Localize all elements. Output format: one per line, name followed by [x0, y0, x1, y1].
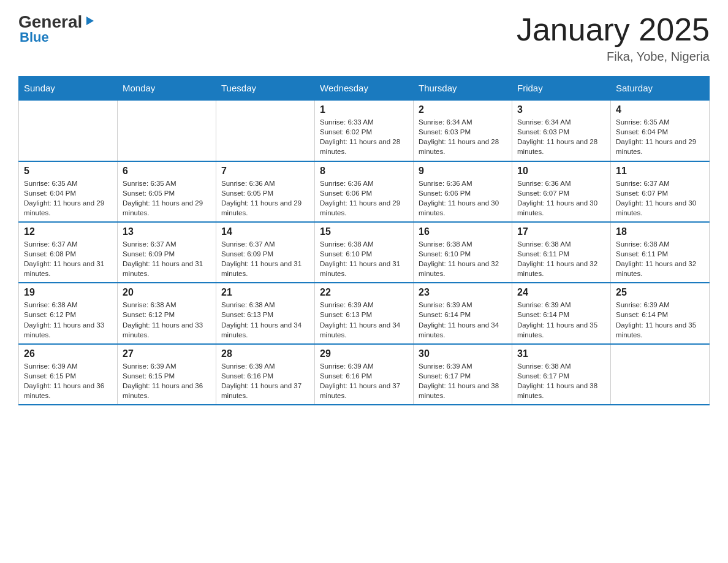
calendar-cell: 6Sunrise: 6:35 AM Sunset: 6:05 PM Daylig…: [118, 161, 216, 222]
day-info: Sunrise: 6:39 AM Sunset: 6:16 PM Dayligh…: [320, 361, 408, 400]
logo-arrow-icon: [83, 14, 96, 28]
calendar-cell: 8Sunrise: 6:36 AM Sunset: 6:06 PM Daylig…: [315, 161, 414, 222]
day-info: Sunrise: 6:38 AM Sunset: 6:17 PM Dayligh…: [517, 361, 605, 400]
calendar-cell: 13Sunrise: 6:37 AM Sunset: 6:09 PM Dayli…: [118, 222, 216, 283]
calendar-cell: 16Sunrise: 6:38 AM Sunset: 6:10 PM Dayli…: [414, 222, 512, 283]
calendar-cell: 30Sunrise: 6:39 AM Sunset: 6:17 PM Dayli…: [414, 344, 512, 405]
calendar-cell: [118, 100, 216, 161]
page-header: General Blue January 2025 Fika, Yobe, Ni…: [18, 12, 710, 64]
day-info: Sunrise: 6:39 AM Sunset: 6:14 PM Dayligh…: [616, 300, 704, 339]
calendar-cell: 19Sunrise: 6:38 AM Sunset: 6:12 PM Dayli…: [19, 283, 118, 343]
weekday-header-tuesday: Tuesday: [216, 77, 315, 101]
day-number: 9: [419, 166, 507, 177]
calendar-cell: 18Sunrise: 6:38 AM Sunset: 6:11 PM Dayli…: [611, 222, 710, 283]
location-subtitle: Fika, Yobe, Nigeria: [517, 50, 710, 64]
day-number: 16: [419, 226, 507, 237]
calendar-week-5: 26Sunrise: 6:39 AM Sunset: 6:15 PM Dayli…: [19, 344, 710, 405]
day-info: Sunrise: 6:36 AM Sunset: 6:05 PM Dayligh…: [221, 178, 309, 218]
day-number: 7: [221, 166, 309, 177]
day-number: 10: [517, 166, 605, 177]
calendar-cell: 12Sunrise: 6:37 AM Sunset: 6:08 PM Dayli…: [19, 222, 118, 283]
day-number: 26: [24, 348, 112, 359]
weekday-header-sunday: Sunday: [19, 77, 118, 101]
day-number: 15: [320, 226, 408, 237]
weekday-header-thursday: Thursday: [414, 77, 512, 101]
calendar-cell: [19, 100, 118, 161]
calendar-cell: 14Sunrise: 6:37 AM Sunset: 6:09 PM Dayli…: [216, 222, 315, 283]
day-info: Sunrise: 6:38 AM Sunset: 6:11 PM Dayligh…: [616, 239, 704, 278]
day-info: Sunrise: 6:34 AM Sunset: 6:03 PM Dayligh…: [419, 117, 507, 156]
day-number: 19: [24, 287, 112, 298]
day-number: 18: [616, 226, 704, 237]
day-number: 27: [123, 348, 211, 359]
day-info: Sunrise: 6:37 AM Sunset: 6:07 PM Dayligh…: [616, 178, 704, 218]
day-info: Sunrise: 6:37 AM Sunset: 6:09 PM Dayligh…: [221, 239, 309, 278]
day-number: 2: [419, 104, 507, 115]
calendar-cell: 22Sunrise: 6:39 AM Sunset: 6:13 PM Dayli…: [315, 283, 414, 343]
calendar-cell: 20Sunrise: 6:38 AM Sunset: 6:12 PM Dayli…: [118, 283, 216, 343]
day-info: Sunrise: 6:35 AM Sunset: 6:05 PM Dayligh…: [123, 178, 211, 218]
weekday-header-monday: Monday: [118, 77, 216, 101]
day-info: Sunrise: 6:35 AM Sunset: 6:04 PM Dayligh…: [616, 117, 704, 156]
day-number: 1: [320, 104, 408, 115]
day-number: 3: [517, 104, 605, 115]
day-number: 28: [221, 348, 309, 359]
day-number: 5: [24, 166, 112, 177]
calendar-cell: 1Sunrise: 6:33 AM Sunset: 6:02 PM Daylig…: [315, 100, 414, 161]
day-number: 30: [419, 348, 507, 359]
day-info: Sunrise: 6:38 AM Sunset: 6:10 PM Dayligh…: [419, 239, 507, 278]
calendar-week-4: 19Sunrise: 6:38 AM Sunset: 6:12 PM Dayli…: [19, 283, 710, 343]
day-number: 6: [123, 166, 211, 177]
day-info: Sunrise: 6:39 AM Sunset: 6:13 PM Dayligh…: [320, 300, 408, 339]
day-info: Sunrise: 6:38 AM Sunset: 6:12 PM Dayligh…: [24, 300, 112, 339]
day-info: Sunrise: 6:36 AM Sunset: 6:06 PM Dayligh…: [419, 178, 507, 218]
day-info: Sunrise: 6:37 AM Sunset: 6:08 PM Dayligh…: [24, 239, 112, 278]
weekday-header-row: SundayMondayTuesdayWednesdayThursdayFrid…: [19, 77, 710, 101]
title-section: January 2025 Fika, Yobe, Nigeria: [517, 12, 710, 64]
calendar-cell: 21Sunrise: 6:38 AM Sunset: 6:13 PM Dayli…: [216, 283, 315, 343]
calendar-cell: 29Sunrise: 6:39 AM Sunset: 6:16 PM Dayli…: [315, 344, 414, 405]
calendar-cell: 10Sunrise: 6:36 AM Sunset: 6:07 PM Dayli…: [512, 161, 611, 222]
day-info: Sunrise: 6:38 AM Sunset: 6:10 PM Dayligh…: [320, 239, 408, 278]
calendar-cell: [611, 344, 710, 405]
calendar-cell: 5Sunrise: 6:35 AM Sunset: 6:04 PM Daylig…: [19, 161, 118, 222]
day-info: Sunrise: 6:39 AM Sunset: 6:15 PM Dayligh…: [24, 361, 112, 400]
day-info: Sunrise: 6:37 AM Sunset: 6:09 PM Dayligh…: [123, 239, 211, 278]
weekday-header-wednesday: Wednesday: [315, 77, 414, 101]
day-number: 8: [320, 166, 408, 177]
calendar-table: SundayMondayTuesdayWednesdayThursdayFrid…: [18, 76, 710, 405]
day-number: 24: [517, 287, 605, 298]
weekday-header-saturday: Saturday: [611, 77, 710, 101]
calendar-cell: 9Sunrise: 6:36 AM Sunset: 6:06 PM Daylig…: [414, 161, 512, 222]
day-number: 14: [221, 226, 309, 237]
day-info: Sunrise: 6:36 AM Sunset: 6:06 PM Dayligh…: [320, 178, 408, 218]
day-info: Sunrise: 6:39 AM Sunset: 6:14 PM Dayligh…: [517, 300, 605, 339]
day-number: 29: [320, 348, 408, 359]
day-info: Sunrise: 6:35 AM Sunset: 6:04 PM Dayligh…: [24, 178, 112, 218]
calendar-week-3: 12Sunrise: 6:37 AM Sunset: 6:08 PM Dayli…: [19, 222, 710, 283]
calendar-cell: 7Sunrise: 6:36 AM Sunset: 6:05 PM Daylig…: [216, 161, 315, 222]
logo: General Blue: [18, 12, 96, 45]
day-number: 23: [419, 287, 507, 298]
day-number: 11: [616, 166, 704, 177]
day-info: Sunrise: 6:39 AM Sunset: 6:14 PM Dayligh…: [419, 300, 507, 339]
day-info: Sunrise: 6:39 AM Sunset: 6:15 PM Dayligh…: [123, 361, 211, 400]
day-number: 21: [221, 287, 309, 298]
day-info: Sunrise: 6:33 AM Sunset: 6:02 PM Dayligh…: [320, 117, 408, 156]
calendar-cell: 23Sunrise: 6:39 AM Sunset: 6:14 PM Dayli…: [414, 283, 512, 343]
svg-marker-0: [86, 17, 94, 25]
day-number: 20: [123, 287, 211, 298]
day-number: 17: [517, 226, 605, 237]
calendar-week-2: 5Sunrise: 6:35 AM Sunset: 6:04 PM Daylig…: [19, 161, 710, 222]
day-number: 31: [517, 348, 605, 359]
logo-blue-label: Blue: [20, 29, 49, 45]
calendar-cell: 15Sunrise: 6:38 AM Sunset: 6:10 PM Dayli…: [315, 222, 414, 283]
calendar-cell: 2Sunrise: 6:34 AM Sunset: 6:03 PM Daylig…: [414, 100, 512, 161]
calendar-cell: 25Sunrise: 6:39 AM Sunset: 6:14 PM Dayli…: [611, 283, 710, 343]
calendar-cell: 28Sunrise: 6:39 AM Sunset: 6:16 PM Dayli…: [216, 344, 315, 405]
calendar-title: January 2025: [517, 12, 710, 47]
calendar-cell: 26Sunrise: 6:39 AM Sunset: 6:15 PM Dayli…: [19, 344, 118, 405]
calendar-cell: 31Sunrise: 6:38 AM Sunset: 6:17 PM Dayli…: [512, 344, 611, 405]
day-info: Sunrise: 6:38 AM Sunset: 6:13 PM Dayligh…: [221, 300, 309, 339]
calendar-cell: 27Sunrise: 6:39 AM Sunset: 6:15 PM Dayli…: [118, 344, 216, 405]
